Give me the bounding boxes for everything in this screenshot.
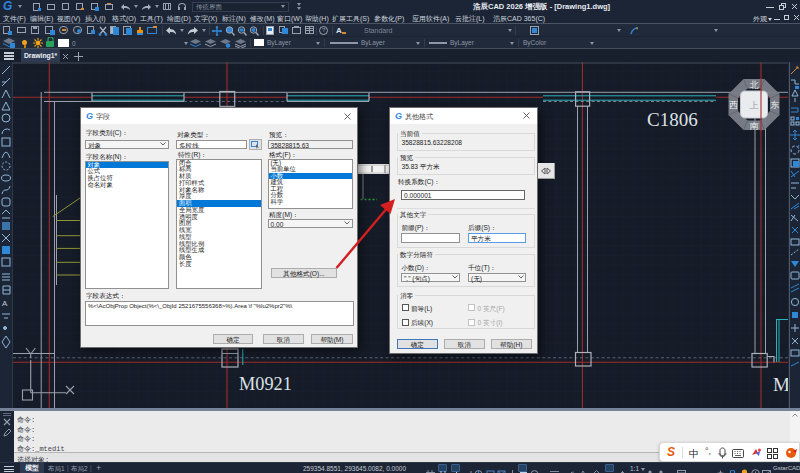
- svg-text:C1806: C1806: [647, 109, 698, 130]
- svg-text:东: 东: [770, 100, 780, 110]
- svg-text:A: A: [2, 299, 8, 308]
- svg-text:上: 上: [750, 100, 759, 110]
- svg-text:西: 西: [729, 100, 738, 110]
- svg-text:M0921: M0921: [239, 374, 292, 394]
- svg-text:北: 北: [750, 80, 759, 90]
- svg-text:南: 南: [750, 121, 759, 131]
- svg-text:MO: MO: [773, 374, 788, 395]
